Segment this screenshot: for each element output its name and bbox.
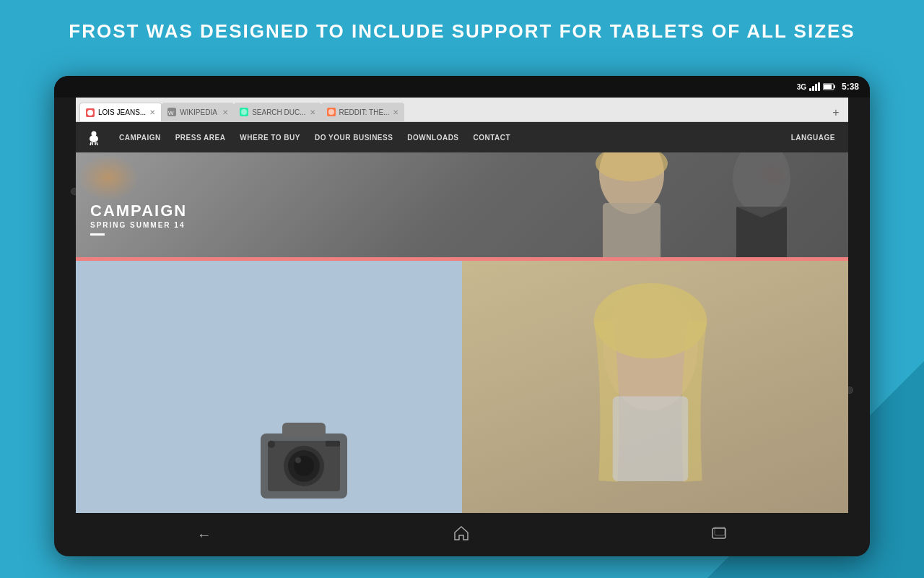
svg-rect-25 [282,423,326,437]
headline: FROST WAS DESIGNED TO INCLUDE SUPPORT FO… [0,20,924,43]
signal-bar-2 [812,86,814,91]
svg-point-16 [733,152,790,214]
hero-title: CAMPAIGN [90,202,187,220]
svg-rect-27 [326,441,340,447]
svg-rect-30 [613,397,688,481]
signal-bar-4 [818,82,820,91]
recents-button[interactable] [711,527,727,543]
svg-point-24 [295,457,301,463]
tab-4-favicon [327,108,336,116]
signal-bars [809,82,820,91]
model-image [462,261,848,513]
svg-line-9 [90,142,91,145]
svg-text:W: W [168,110,174,116]
tab-1-favicon [86,108,95,117]
android-nav: ← [76,513,848,556]
svg-marker-31 [455,527,468,540]
svg-line-10 [97,142,97,145]
nav-language[interactable]: LANGUAGE [785,131,841,144]
status-info: 3G 5:38 [797,82,859,92]
hero-underline [90,233,105,236]
website-nav: CAMPAIGN PRESS AREA WHERE TO BUY DO YOUR… [76,122,848,152]
tab-3-favicon [240,108,248,116]
browser-tab-bar: LOIS JEANS... ✕ W WIKIPEDIA ✕ SEARCH DUC… [76,98,848,122]
new-tab-button[interactable]: + [827,104,845,121]
tab-1[interactable]: LOIS JEANS... ✕ [79,103,162,121]
model-section [462,261,848,513]
nav-contact[interactable]: CONTACT [468,131,517,144]
nav-press-area[interactable]: PRESS AREA [170,131,232,144]
svg-point-6 [328,109,334,115]
tab-2-label: WIKIPEDIA [180,108,219,116]
bottom-content [76,261,848,513]
tab-2-close[interactable]: ✕ [222,108,228,116]
product-section [76,261,462,513]
hero-text: CAMPAIGN SPRING SUMMER 14 [90,202,187,236]
network-indicator: 3G [797,83,806,91]
tab-1-close[interactable]: ✕ [149,108,155,116]
tab-4[interactable]: REDDIT: THE... ✕ [321,103,405,121]
hero-section: CAMPAIGN SPRING SUMMER 14 [76,152,848,257]
svg-point-3 [87,110,93,116]
tab-2[interactable]: W WIKIPEDIA ✕ [162,103,234,121]
website-logo[interactable] [83,126,105,148]
tab-2-favicon: W [167,108,176,116]
svg-point-8 [92,131,97,137]
signal-bar-3 [815,84,817,91]
tablet-status-bar: 3G 5:38 [54,76,870,98]
tab-3[interactable]: SEARCH DUC... ✕ [234,103,321,121]
nav-campaign[interactable]: CAMPAIGN [113,131,167,144]
svg-point-26 [268,441,275,448]
signal-bar-1 [809,88,811,91]
hero-subtitle: SPRING SUMMER 14 [90,221,187,229]
home-button[interactable] [453,525,469,544]
svg-rect-2 [824,85,832,89]
svg-rect-1 [834,85,835,88]
hero-figures [76,152,848,257]
tab-3-close[interactable]: ✕ [310,108,315,116]
tablet-screen: LOIS JEANS... ✕ W WIKIPEDIA ✕ SEARCH DUC… [76,98,848,513]
svg-rect-14 [603,203,661,257]
product-image [246,405,362,513]
nav-where-to-buy[interactable]: WHERE TO BUY [234,131,306,144]
tab-3-label: SEARCH DUC... [252,108,305,116]
tablet: 3G 5:38 LOIS [54,76,870,556]
battery-icon [823,83,836,90]
tab-1-label: LOIS JEANS... [98,108,146,116]
tab-4-label: REDDIT: THE... [339,108,390,116]
nav-do-your-business[interactable]: DO YOUR BUSINESS [309,131,398,144]
time-display: 5:38 [842,82,859,92]
nav-downloads[interactable]: DOWNLOADS [401,131,464,144]
tab-4-close[interactable]: ✕ [393,108,398,116]
back-button[interactable]: ← [197,527,212,543]
svg-point-5 [241,109,247,115]
